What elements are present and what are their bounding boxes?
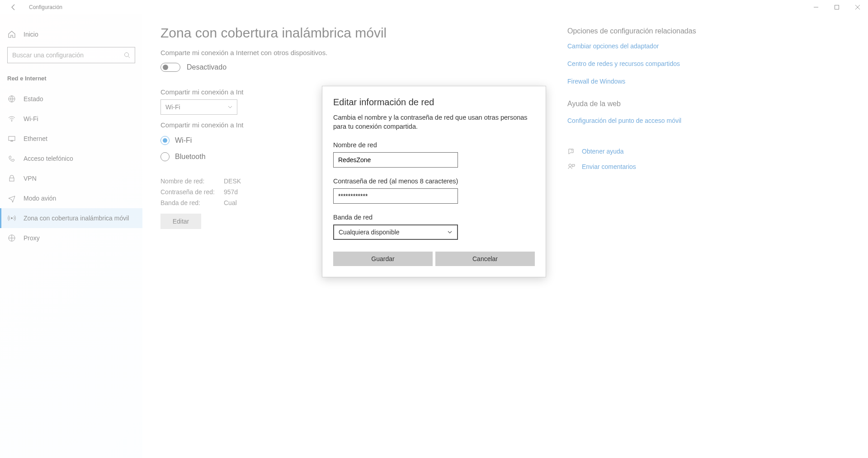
network-name-input[interactable] bbox=[333, 152, 458, 168]
sidebar-item-label: Modo avión bbox=[24, 195, 56, 202]
feedback-link[interactable]: Enviar comentarios bbox=[567, 163, 721, 171]
svg-rect-10 bbox=[9, 178, 14, 181]
app-title: Configuración bbox=[29, 4, 62, 10]
sidebar-home[interactable]: Inicio bbox=[0, 25, 142, 43]
airplane-icon bbox=[7, 194, 16, 203]
feedback-label: Enviar comentarios bbox=[582, 163, 636, 170]
svg-point-11 bbox=[11, 217, 13, 219]
radio-icon bbox=[160, 152, 170, 161]
minimize-button[interactable] bbox=[806, 0, 826, 14]
net-pass-value: 957d bbox=[224, 188, 238, 196]
sidebar-home-label: Inicio bbox=[24, 31, 38, 38]
related-heading: Opciones de configuración relacionadas bbox=[567, 27, 721, 35]
status-icon bbox=[7, 94, 16, 103]
link-firewall[interactable]: Firewall de Windows bbox=[567, 77, 721, 86]
right-pane: Opciones de configuración relacionadas C… bbox=[558, 25, 721, 447]
network-band-label: Banda de red bbox=[333, 214, 535, 221]
sidebar-item-hotspot[interactable]: Zona con cobertura inalámbrica móvil bbox=[0, 208, 142, 228]
sidebar-item-dialup[interactable]: Acceso telefónico bbox=[0, 149, 142, 168]
cancel-button[interactable]: Cancelar bbox=[435, 252, 535, 266]
page-title: Zona con cobertura inalámbrica móvil bbox=[160, 25, 558, 41]
ethernet-icon bbox=[7, 134, 16, 143]
back-button[interactable] bbox=[7, 1, 20, 14]
search-field[interactable] bbox=[12, 51, 124, 59]
link-sharing-center[interactable]: Centro de redes y recursos compartidos bbox=[567, 59, 721, 69]
sidebar-item-label: Zona con cobertura inalámbrica móvil bbox=[24, 215, 129, 222]
radio-icon bbox=[160, 136, 170, 145]
net-band-label: Banda de red: bbox=[160, 199, 224, 206]
network-password-input[interactable] bbox=[333, 188, 458, 204]
edit-network-dialog: Editar información de red Cambia el nomb… bbox=[322, 86, 546, 277]
sidebar-item-label: Proxy bbox=[24, 234, 40, 242]
edit-button[interactable]: Editar bbox=[160, 214, 201, 229]
sidebar-item-label: VPN bbox=[24, 175, 37, 182]
svg-rect-9 bbox=[11, 140, 13, 141]
get-help-link[interactable]: ? Obtener ayuda bbox=[567, 147, 721, 155]
svg-point-14 bbox=[569, 164, 571, 167]
search-icon bbox=[124, 52, 130, 58]
network-name-label: Nombre de red bbox=[333, 141, 535, 149]
hotspot-toggle[interactable] bbox=[160, 63, 180, 72]
titlebar: Configuración bbox=[0, 0, 868, 14]
wifi-icon bbox=[7, 114, 16, 123]
window-controls bbox=[806, 0, 868, 14]
feedback-icon bbox=[567, 163, 576, 171]
maximize-button[interactable] bbox=[826, 0, 847, 14]
svg-rect-1 bbox=[835, 5, 839, 9]
close-button[interactable] bbox=[847, 0, 868, 14]
sidebar-item-label: Wi-Fi bbox=[24, 115, 38, 122]
radio-wifi-label: Wi-Fi bbox=[175, 136, 192, 145]
svg-text:?: ? bbox=[571, 149, 573, 153]
chevron-down-icon bbox=[447, 229, 453, 235]
sidebar-section-title: Red e Internet bbox=[0, 70, 142, 89]
hotspot-icon bbox=[7, 214, 16, 223]
net-name-label: Nombre de red: bbox=[160, 178, 224, 185]
sidebar-item-vpn[interactable]: VPN bbox=[0, 168, 142, 188]
vpn-icon bbox=[7, 174, 16, 183]
link-adapter-options[interactable]: Cambiar opciones del adaptador bbox=[567, 42, 721, 51]
share-from-value: Wi-Fi bbox=[165, 103, 180, 111]
sidebar-item-proxy[interactable]: Proxy bbox=[0, 228, 142, 248]
save-button[interactable]: Guardar bbox=[333, 252, 433, 266]
search-input[interactable] bbox=[7, 47, 135, 63]
share-description: Comparte mi conexión a Internet con otro… bbox=[160, 49, 558, 56]
sidebar-item-status[interactable]: Estado bbox=[0, 89, 142, 109]
dialup-icon bbox=[7, 154, 16, 163]
network-password-field[interactable] bbox=[338, 192, 453, 200]
share-from-combo[interactable]: Wi-Fi bbox=[160, 99, 237, 115]
sidebar-item-label: Acceso telefónico bbox=[24, 155, 73, 162]
chevron-down-icon bbox=[228, 105, 232, 109]
webhelp-heading: Ayuda de la web bbox=[567, 100, 721, 108]
svg-rect-8 bbox=[9, 136, 15, 140]
home-icon bbox=[7, 30, 16, 39]
net-pass-label: Contraseña de red: bbox=[160, 188, 224, 196]
get-help-label: Obtener ayuda bbox=[582, 148, 624, 155]
toggle-state-label: Desactivado bbox=[187, 63, 226, 71]
help-icon: ? bbox=[567, 147, 576, 155]
dialog-description: Cambia el nombre y la contraseña de red … bbox=[333, 113, 535, 131]
network-band-select[interactable]: Cualquiera disponible bbox=[333, 224, 458, 240]
network-password-label: Contraseña de red (al menos 8 caracteres… bbox=[333, 178, 535, 185]
link-hotspot-config[interactable]: Configuración del punto de acceso móvil bbox=[567, 116, 721, 126]
sidebar-item-label: Ethernet bbox=[24, 135, 47, 142]
sidebar-item-label: Estado bbox=[24, 95, 43, 103]
svg-point-7 bbox=[11, 121, 12, 122]
proxy-icon bbox=[7, 234, 16, 243]
net-name-value: DESK bbox=[224, 178, 241, 185]
network-band-value: Cualquiera disponible bbox=[339, 229, 400, 236]
sidebar-item-wifi[interactable]: Wi-Fi bbox=[0, 109, 142, 129]
dialog-title: Editar información de red bbox=[333, 97, 535, 107]
radio-bluetooth-label: Bluetooth bbox=[175, 153, 206, 161]
svg-line-5 bbox=[128, 56, 130, 58]
sidebar-item-airplane[interactable]: Modo avión bbox=[0, 188, 142, 208]
network-name-field[interactable] bbox=[338, 156, 453, 164]
net-band-value: Cual bbox=[224, 199, 237, 206]
sidebar: Inicio Red e Internet Estado Wi-Fi Ether… bbox=[0, 14, 142, 458]
svg-point-4 bbox=[125, 53, 129, 57]
sidebar-item-ethernet[interactable]: Ethernet bbox=[0, 129, 142, 149]
